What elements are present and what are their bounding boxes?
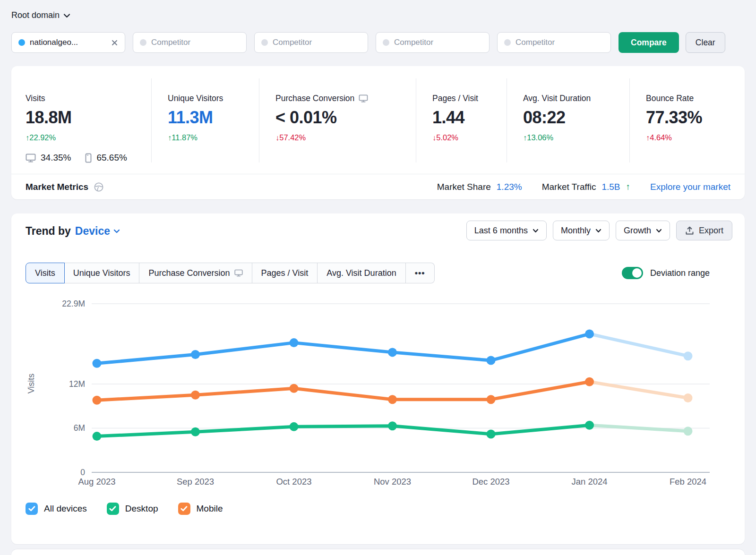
compare-bar: nationalgeo... Competitor Competitor Com… xyxy=(11,32,745,53)
metric-value: 08:22 xyxy=(523,108,625,128)
chevron-down-icon xyxy=(656,229,662,233)
mode-select[interactable]: Growth xyxy=(616,221,670,240)
desktop-icon xyxy=(26,154,36,162)
chart-legend: All devices Desktop Mobile xyxy=(26,503,223,515)
checkbox-checked-icon xyxy=(107,503,119,515)
main-domain-text: nationalgeo... xyxy=(30,38,106,47)
next-card-edge xyxy=(11,549,745,555)
tab-visits[interactable]: Visits xyxy=(26,263,65,283)
period-select[interactable]: Last 6 months xyxy=(466,221,547,240)
competitor-color-dot xyxy=(261,39,268,46)
chevron-down-icon xyxy=(113,229,120,233)
metric-unique-visitors: Unique Visitors 11.3M ↑11.87% xyxy=(151,78,259,162)
chart-tabs-row: Visits Unique Visitors Purchase Conversi… xyxy=(26,263,710,283)
competitor-placeholder: Competitor xyxy=(151,38,190,47)
globe-icon xyxy=(94,182,104,192)
arrow-up-icon: ↑ xyxy=(626,182,630,192)
metric-value: 18.8M xyxy=(26,108,146,128)
svg-text:Sep 2023: Sep 2023 xyxy=(177,477,214,487)
competitor-placeholder: Competitor xyxy=(515,38,555,47)
svg-text:Jan 2024: Jan 2024 xyxy=(571,477,607,487)
competitor-input-3[interactable]: Competitor xyxy=(376,32,490,53)
metric-label: Visits xyxy=(26,94,146,103)
svg-text:0: 0 xyxy=(80,468,85,477)
metric-change: ↑13.06% xyxy=(523,133,625,142)
competitor-placeholder: Competitor xyxy=(394,38,433,47)
trend-card: Trend by Device Last 6 months Monthly Gr… xyxy=(11,213,745,544)
competitor-input-1[interactable]: Competitor xyxy=(133,32,247,53)
metric-label: Bounce Rate xyxy=(646,94,740,103)
metric-avg-visit-duration: Avg. Visit Duration 08:22 ↑13.06% xyxy=(507,78,629,162)
chevron-down-icon xyxy=(595,229,601,233)
market-share-value[interactable]: 1.23% xyxy=(497,182,522,192)
metric-label: Purchase Conversion xyxy=(275,94,354,103)
export-icon xyxy=(685,226,694,235)
chevron-down-icon xyxy=(63,13,70,18)
svg-text:Feb 2024: Feb 2024 xyxy=(670,477,706,487)
deviation-toggle[interactable] xyxy=(622,267,643,279)
competitor-color-dot xyxy=(383,39,389,46)
svg-text:22.9M: 22.9M xyxy=(62,299,85,308)
svg-text:12M: 12M xyxy=(69,379,85,389)
deviation-label: Deviation range xyxy=(650,268,710,278)
chevron-down-icon xyxy=(533,229,539,233)
mobile-icon xyxy=(85,153,92,163)
market-metrics-title: Market Metrics xyxy=(26,182,88,192)
explore-market-link[interactable]: Explore your market xyxy=(650,182,730,192)
svg-text:Nov 2023: Nov 2023 xyxy=(374,477,411,487)
trend-title-prefix: Trend by xyxy=(26,225,71,238)
metric-change: ↑11.87% xyxy=(168,133,254,142)
competitor-color-dot xyxy=(504,39,511,46)
checkbox-checked-icon xyxy=(26,503,38,515)
domain-color-dot xyxy=(18,39,25,46)
svg-text:Visits: Visits xyxy=(26,374,36,394)
metric-change: ↑22.92% xyxy=(26,133,146,142)
mobile-share: 65.65% xyxy=(96,153,127,163)
granularity-select[interactable]: Monthly xyxy=(553,221,610,240)
metric-label: Unique Visitors xyxy=(168,94,254,103)
metric-visits: Visits 18.8M ↑22.92% 34.35% 65.65% xyxy=(11,78,151,162)
toggle-knob xyxy=(632,268,642,278)
trend-header: Trend by Device xyxy=(26,225,120,238)
svg-text:Oct 2023: Oct 2023 xyxy=(276,477,311,487)
legend-mobile[interactable]: Mobile xyxy=(178,503,223,515)
tab-unique-visitors[interactable]: Unique Visitors xyxy=(64,263,140,283)
tab-purchase-conversion[interactable]: Purchase Conversion xyxy=(139,263,252,283)
metric-change: ↑4.64% xyxy=(646,133,740,142)
device-split: 34.35% 65.65% xyxy=(26,153,146,163)
legend-all-devices[interactable]: All devices xyxy=(26,503,87,515)
export-button[interactable]: Export xyxy=(676,221,732,240)
metric-purchase-conversion: Purchase Conversion < 0.01% ↓57.42% xyxy=(259,78,416,162)
clear-button[interactable]: Clear xyxy=(686,32,725,53)
competitor-input-2[interactable]: Competitor xyxy=(254,32,368,53)
close-icon[interactable] xyxy=(111,39,118,46)
metrics-card: Visits 18.8M ↑22.92% 34.35% 65.65% Uniqu… xyxy=(11,66,745,199)
root-domain-selector[interactable]: Root domain xyxy=(11,10,70,20)
metric-label: Avg. Visit Duration xyxy=(523,94,625,103)
metric-value-link[interactable]: 11.3M xyxy=(168,108,254,128)
tab-more-options[interactable]: ••• xyxy=(406,263,435,283)
tab-avg-visit-duration[interactable]: Avg. Visit Duration xyxy=(318,263,405,283)
competitor-input-4[interactable]: Competitor xyxy=(497,32,611,53)
competitor-placeholder: Competitor xyxy=(273,38,312,47)
legend-desktop[interactable]: Desktop xyxy=(107,503,158,515)
metric-tabs: Visits Unique Visitors Purchase Conversi… xyxy=(26,263,435,283)
market-metrics-row: Market Metrics Market Share 1.23% Market… xyxy=(11,174,745,199)
metrics-row: Visits 18.8M ↑22.92% 34.35% 65.65% Uniqu… xyxy=(11,66,745,174)
market-share-label: Market Share xyxy=(437,182,491,192)
desktop-icon xyxy=(359,94,368,102)
desktop-share: 34.35% xyxy=(41,153,71,163)
metric-change: ↓5.02% xyxy=(432,133,502,142)
metric-value: 1.44 xyxy=(432,108,502,128)
device-selector[interactable]: Device xyxy=(75,225,120,238)
root-domain-label: Root domain xyxy=(11,10,60,20)
market-traffic-value[interactable]: 1.5B xyxy=(601,182,620,192)
metric-change: ↓57.42% xyxy=(275,133,411,142)
svg-text:6M: 6M xyxy=(74,423,85,433)
desktop-icon xyxy=(234,269,243,277)
tab-pages-per-visit[interactable]: Pages / Visit xyxy=(252,263,318,283)
compare-button[interactable]: Compare xyxy=(619,32,679,53)
svg-text:Dec 2023: Dec 2023 xyxy=(472,477,509,487)
main-domain-chip[interactable]: nationalgeo... xyxy=(11,32,125,53)
metric-value: < 0.01% xyxy=(275,108,411,128)
